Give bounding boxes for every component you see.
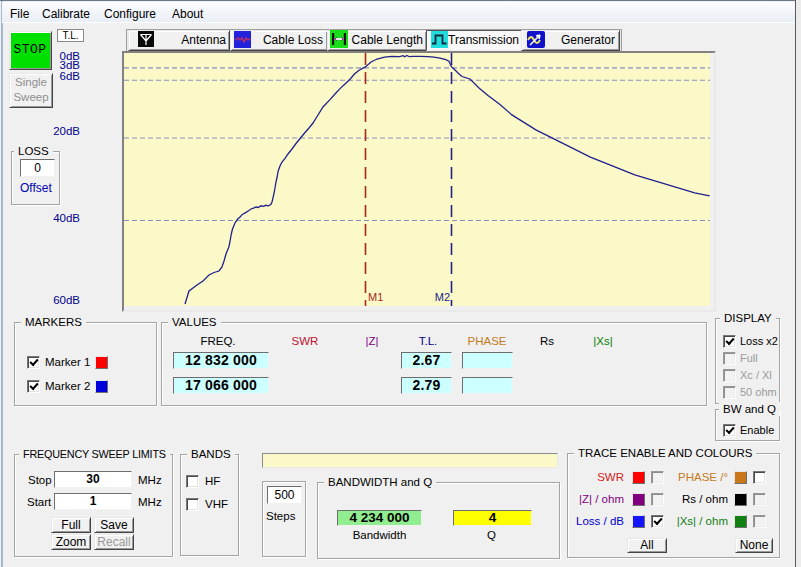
svg-text:M1: M1 — [368, 291, 383, 303]
svg-text:M2: M2 — [435, 291, 450, 303]
